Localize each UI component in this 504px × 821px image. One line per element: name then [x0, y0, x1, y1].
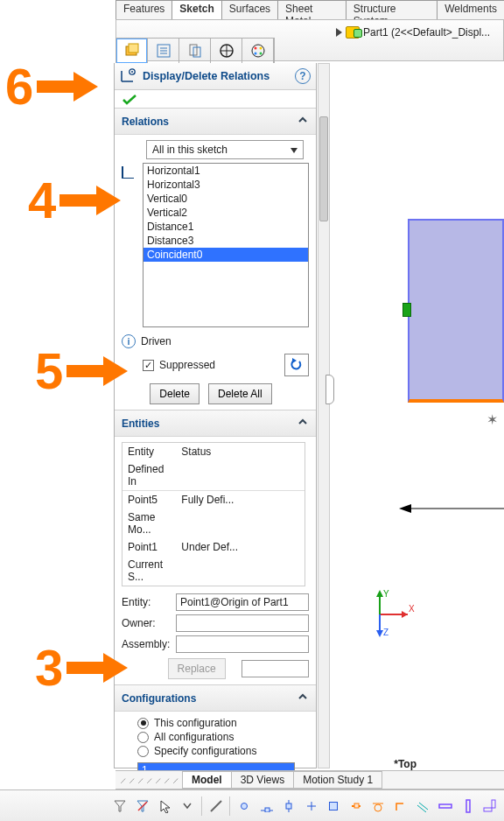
- tab-weldments[interactable]: Weldments: [437, 0, 504, 19]
- svg-marker-60: [103, 653, 128, 683]
- table-row[interactable]: Point5 Fully Defi... Same Mo...: [122, 491, 304, 538]
- pm-tab-dimxpert[interactable]: [211, 39, 242, 63]
- relations-list[interactable]: Horizontal1 Horizontal3 Vertical0 Vertic…: [143, 163, 309, 327]
- scrollbar[interactable]: [318, 63, 330, 768]
- view-triad[interactable]: X Y Z: [362, 588, 415, 641]
- svg-text:Y: Y: [383, 589, 389, 599]
- snap-tangent-icon[interactable]: [370, 796, 388, 816]
- snap-point-icon[interactable]: [235, 796, 253, 816]
- section-relations: Relations All in this sketch Horizontal1…: [115, 108, 316, 410]
- relations-scope-value: All in this sketch: [152, 144, 228, 156]
- tab-motion-study[interactable]: Motion Study 1: [293, 771, 382, 789]
- pm-title: Display/Delete Relations: [143, 70, 290, 82]
- snap-intersection-icon[interactable]: [325, 796, 342, 816]
- help-icon[interactable]: ?: [295, 68, 311, 84]
- svg-rect-55: [60, 194, 96, 207]
- delete-button[interactable]: Delete: [150, 383, 200, 404]
- snap-parallel-icon[interactable]: [415, 796, 432, 816]
- cell: Point5: [122, 491, 173, 509]
- radio-all-config[interactable]: All configurations: [137, 731, 309, 743]
- radio-specify-config[interactable]: Specify configurations: [137, 745, 309, 757]
- list-item[interactable]: Coincident0: [144, 248, 308, 262]
- replace-button: Replace: [168, 658, 226, 679]
- feature-tree-row[interactable]: Part1 (2<<Default>_Displ...: [336, 26, 490, 39]
- collapse-icon[interactable]: [297, 691, 309, 705]
- snap-horizontal-icon[interactable]: [437, 796, 454, 816]
- driven-label: Driven: [141, 335, 172, 347]
- sketch-rectangle[interactable]: [408, 219, 504, 403]
- line-tool-icon[interactable]: [207, 796, 225, 816]
- radio-specify-label: Specify configurations: [154, 745, 256, 757]
- tab-sketch[interactable]: Sketch: [172, 0, 221, 19]
- tab-3dviews[interactable]: 3D Views: [231, 771, 294, 789]
- snap-midpoint-icon[interactable]: [258, 796, 276, 816]
- panel-splitter[interactable]: [326, 375, 334, 404]
- list-item[interactable]: Distance3: [144, 234, 308, 248]
- svg-text:Z: Z: [383, 628, 388, 637]
- replace-field[interactable]: [242, 660, 309, 677]
- svg-marker-35: [161, 801, 170, 813]
- relations-icon: [120, 68, 137, 84]
- pm-tab-appearance[interactable]: [242, 39, 274, 63]
- assembly-field[interactable]: [176, 635, 309, 653]
- ok-button[interactable]: [115, 90, 316, 108]
- entity-field[interactable]: Point1@Origin of Part1: [176, 593, 309, 611]
- collapse-icon[interactable]: [297, 416, 309, 431]
- filter-clear-icon[interactable]: [134, 796, 151, 816]
- snap-perp-icon[interactable]: [392, 796, 410, 816]
- section-relations-header: Relations: [122, 116, 169, 128]
- property-manager-panel: Display/Delete Relations ? Relations All…: [114, 63, 317, 768]
- snap-vertical-icon[interactable]: [459, 796, 477, 816]
- command-tabs: Features Sketch Surfaces Sheet Metal Str…: [116, 0, 504, 19]
- scroll-thumb[interactable]: [319, 116, 328, 221]
- collapse-icon[interactable]: [297, 114, 309, 129]
- annotation-6: 6: [5, 61, 89, 112]
- svg-text:X: X: [409, 604, 415, 614]
- sheet-tabs-scroll[interactable]: ⟋⟋⟋⟋⟋⟋⟋: [116, 775, 183, 785]
- tab-surfaces[interactable]: Surfaces: [221, 0, 278, 19]
- svg-rect-51: [484, 808, 492, 811]
- list-item[interactable]: Horizontal3: [144, 178, 308, 192]
- filter-icon[interactable]: [112, 796, 130, 816]
- delete-all-button[interactable]: Delete All: [208, 383, 272, 404]
- tab-features[interactable]: Features: [116, 0, 172, 19]
- pm-header: Display/Delete Relations ?: [115, 63, 316, 90]
- list-item[interactable]: Distance1: [144, 220, 308, 234]
- tab-sheetmetal[interactable]: Sheet Metal: [277, 0, 346, 19]
- list-item[interactable]: Horizontal1: [144, 164, 308, 178]
- list-item[interactable]: Vertical2: [144, 206, 308, 220]
- table-row[interactable]: Point1 Under Def... Current S...: [122, 538, 304, 586]
- list-item[interactable]: Vertical0: [144, 192, 308, 206]
- snap-hv-icon[interactable]: [481, 796, 499, 816]
- svg-line-36: [211, 801, 221, 811]
- expand-icon[interactable]: [336, 28, 342, 37]
- chevron-down-icon[interactable]: [178, 796, 196, 816]
- snap-center-icon[interactable]: [280, 796, 298, 816]
- pm-tab-config[interactable]: [179, 39, 211, 63]
- tab-structure-system[interactable]: Structure System: [346, 0, 438, 19]
- owner-label: Owner:: [122, 617, 176, 629]
- svg-marker-20: [292, 358, 297, 363]
- section-entities-header: Entities: [122, 418, 159, 430]
- tab-model[interactable]: Model: [182, 771, 232, 789]
- pm-tab-property[interactable]: [148, 39, 179, 63]
- radio-this-config[interactable]: This configuration: [137, 717, 309, 729]
- entities-table[interactable]: Entity Status Defined In Point5 Fully De…: [122, 442, 305, 586]
- svg-rect-40: [286, 803, 291, 809]
- owner-field[interactable]: [176, 614, 309, 632]
- relations-scope-dropdown[interactable]: All in this sketch: [146, 140, 304, 159]
- cell: Current S...: [122, 556, 180, 586]
- snap-nearest-icon[interactable]: [347, 796, 365, 816]
- svg-rect-52: [492, 800, 495, 808]
- undo-button[interactable]: [284, 354, 309, 376]
- relation-glyph[interactable]: [402, 303, 411, 317]
- graphics-area[interactable]: ✶: [343, 131, 504, 765]
- snap-quadrant-icon[interactable]: [303, 796, 320, 816]
- cell: Point1: [122, 538, 173, 556]
- suppressed-checkbox[interactable]: ✓: [143, 360, 154, 371]
- feature-tree-label[interactable]: Part1 (2<<Default>_Displ...: [363, 26, 490, 39]
- property-manager-tabs: [116, 38, 275, 64]
- cursor-icon[interactable]: [157, 796, 174, 816]
- cell: Same Mo...: [122, 509, 180, 538]
- pm-tab-feature[interactable]: [116, 39, 148, 63]
